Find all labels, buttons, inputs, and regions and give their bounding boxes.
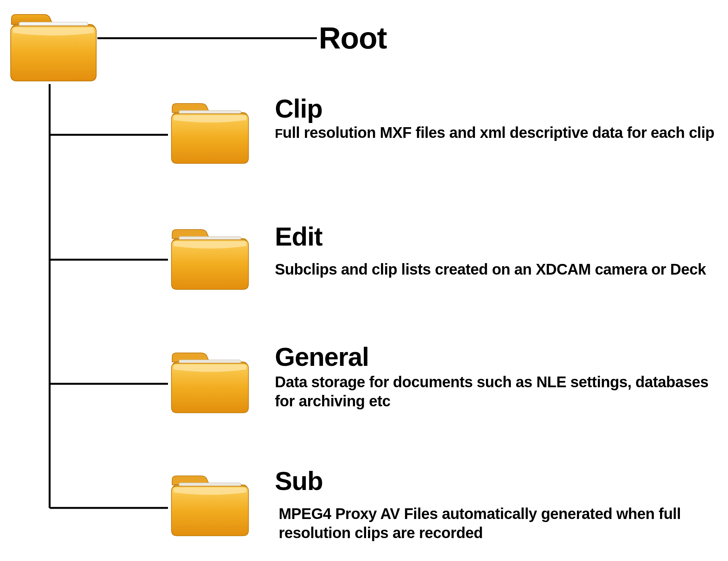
general-desc: Data storage for documents such as NLE s…	[275, 372, 728, 411]
folder-icon-edit	[168, 223, 252, 292]
clip-desc: Full resolution MXF files and xml descri…	[275, 123, 714, 142]
edit-desc: Subclips and clip lists created on an XD…	[275, 260, 706, 279]
folder-icon-general	[168, 347, 252, 415]
clip-title: Clip	[275, 95, 322, 121]
edit-title: Edit	[275, 223, 322, 249]
folder-icon-root	[8, 8, 99, 84]
sub-title: Sub	[275, 468, 323, 494]
general-title: General	[275, 344, 369, 370]
folder-icon-sub	[168, 470, 252, 538]
diagram-canvas: Root Clip Full resolution MXF files and …	[0, 0, 728, 561]
sub-desc: MPEG4 Proxy AV Files automatically gener…	[279, 504, 728, 542]
root-label: Root	[319, 23, 387, 53]
tree-lines	[0, 0, 728, 561]
folder-icon-clip	[168, 97, 252, 166]
